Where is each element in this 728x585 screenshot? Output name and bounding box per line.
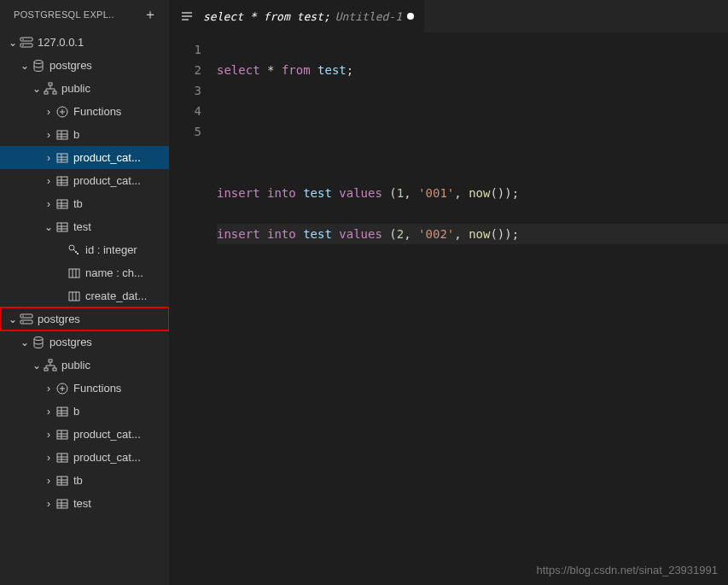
table-icon [55,474,70,488]
tree-table[interactable]: ⌄ test [0,215,169,238]
chevron-right-icon: › [43,429,55,441]
chevron-down-icon: ⌄ [7,37,19,49]
unsaved-dot-icon [407,13,414,20]
schema-icon [43,82,58,96]
tree-item-label: product_cat... [73,428,169,441]
database-icon [31,59,46,73]
column-label: create_dat... [85,290,169,302]
line-number: 3 [169,80,201,101]
tree-schema[interactable]: ⌄ public [0,354,169,377]
tab-title: select * from test; [203,10,330,23]
tree-item-label: b [73,405,169,418]
column-icon [67,266,82,280]
tree-item-label: tb [73,197,169,210]
add-connection-icon[interactable]: ＋ [140,4,160,26]
tree-item-label: tb [73,474,169,487]
tree-item-label: Functions [73,382,169,395]
table-icon [55,197,70,211]
chevron-right-icon: › [43,129,55,141]
schema-label: public [61,359,169,371]
table-icon [55,174,70,188]
tree-table[interactable]: › tb [0,192,169,215]
tree-item-label: Functions [73,105,169,118]
tree-table-selected[interactable]: › product_cat... [0,146,169,169]
functions-icon [55,105,70,119]
functions-icon [55,382,70,395]
server-icon [19,313,34,326]
tree-item-label: test [73,220,169,233]
table-icon [55,220,70,234]
tree-database[interactable]: ⌄ postgres [0,54,169,77]
tree-database[interactable]: ⌄ postgres [0,331,169,354]
chevron-down-icon: ⌄ [43,221,55,233]
server-icon [19,36,34,50]
code-area[interactable]: 1 2 3 4 5 select * from test; insert int… [169,32,728,265]
tree: ⌄ 127.0.0.1 ⌄ postgres ⌄ public › Functi… [0,29,169,515]
tree-item-label: product_cat... [73,174,169,187]
tree-table[interactable]: › b [0,400,169,423]
database-label: postgres [50,59,169,72]
chevron-right-icon: › [43,498,55,510]
line-number: 4 [169,101,201,121]
connection-label: postgres [38,313,169,325]
table-icon [55,151,70,165]
column-icon [67,290,82,303]
tree-functions[interactable]: › Functions [0,100,169,123]
chevron-right-icon: › [43,406,55,418]
line-number: 1 [169,39,201,60]
chevron-right-icon: › [43,475,55,487]
tree-table[interactable]: › test [0,492,169,515]
line-gutter: 1 2 3 4 5 [169,39,217,265]
chevron-right-icon: › [43,106,55,118]
tab-bar: select * from test; Untitled-1 [169,0,728,32]
database-icon [31,336,46,349]
tree-connection-highlighted[interactable]: ⌄ postgres [0,307,169,331]
tree-functions[interactable]: › Functions [0,377,169,400]
tree-column[interactable]: name : ch... [0,261,169,284]
chevron-right-icon: › [43,198,55,210]
tree-table[interactable]: › tb [0,469,169,492]
tree-item-label: product_cat... [73,151,169,164]
chevron-down-icon: ⌄ [7,313,19,325]
tree-table[interactable]: › product_cat... [0,423,169,446]
tree-item-label: test [73,497,169,510]
table-icon [55,497,70,511]
line-number: 5 [169,121,201,142]
table-icon [55,405,70,418]
chevron-down-icon: ⌄ [31,360,43,371]
schema-label: public [61,82,169,95]
chevron-right-icon: › [43,175,55,187]
chevron-down-icon: ⌄ [19,60,31,72]
table-icon [55,451,70,465]
table-icon [55,128,70,142]
tab-subtitle: Untitled-1 [335,10,402,23]
tree-item-label: b [73,128,169,141]
chevron-right-icon: › [43,152,55,164]
key-icon [67,243,82,257]
tree-schema[interactable]: ⌄ public [0,77,169,100]
tree-table[interactable]: › b [0,123,169,146]
tree-connection[interactable]: ⌄ 127.0.0.1 [0,31,169,54]
database-label: postgres [50,336,169,348]
chevron-down-icon: ⌄ [19,336,31,348]
watermark: https://blog.csdn.net/sinat_23931991 [537,564,719,576]
tree-column[interactable]: id : integer [0,238,169,261]
connection-label: 127.0.0.1 [38,36,169,49]
lines-icon [179,9,195,23]
schema-icon [43,359,58,372]
chevron-down-icon: ⌄ [31,83,43,95]
tree-item-label: product_cat... [73,451,169,464]
tree-column[interactable]: create_dat... [0,284,169,307]
tree-table[interactable]: › product_cat... [0,446,169,469]
editor-tab[interactable]: select * from test; Untitled-1 [169,0,425,32]
editor: select * from test; Untitled-1 1 2 3 4 5… [169,0,728,585]
code-content[interactable]: select * from test; insert into test val… [217,39,728,265]
column-label: name : ch... [85,266,169,279]
postgresql-explorer-sidebar: POSTGRESQL EXPL.. ＋ ⌄ 127.0.0.1 ⌄ postgr… [0,0,169,585]
tree-table[interactable]: › product_cat... [0,169,169,192]
column-label: id : integer [85,243,169,256]
chevron-right-icon: › [43,452,55,464]
table-icon [55,428,70,442]
sidebar-header: POSTGRESQL EXPL.. ＋ [0,0,169,29]
sidebar-title: POSTGRESQL EXPL.. [14,9,114,20]
